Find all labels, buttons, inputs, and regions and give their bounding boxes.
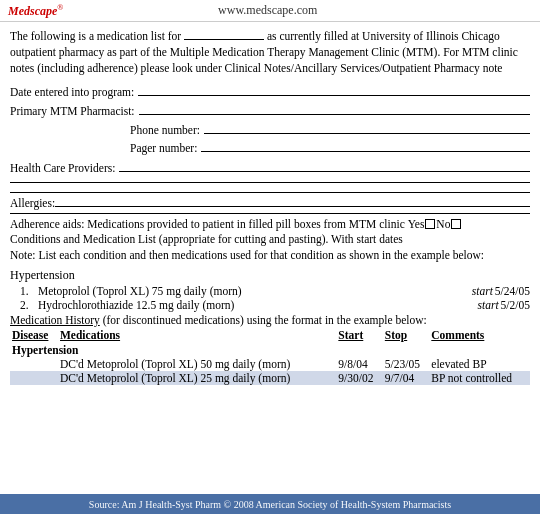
table-row: DC'd Metoprolol (Toprol XL) 25 mg daily …: [10, 371, 530, 385]
med-start-2: start5/2/05: [478, 299, 530, 311]
col-medications: Medications: [58, 328, 336, 342]
page-header: Medscape® www.medscape.com: [0, 0, 540, 22]
allergies-label: Allergies:: [10, 197, 55, 209]
col-disease: Disease: [10, 328, 58, 342]
history-heading-underline: Medication History: [10, 314, 100, 326]
allergies-line: Allergies:: [10, 197, 530, 209]
col-comments: Comments: [429, 328, 530, 342]
med-start-1: start5/24/05: [472, 285, 530, 297]
start-label-1: start: [472, 285, 493, 297]
cell-med-0: DC'd Metoprolol (Toprol XL) 50 mg daily …: [58, 357, 336, 371]
history-heading: Medication History (for discontinued med…: [10, 314, 530, 326]
med-item-1: 1. Metoprolol (Toprol XL) 75 mg daily (m…: [10, 285, 530, 297]
intro-text1: The following is a medication list for: [10, 30, 184, 42]
pager-line: Pager number:: [130, 138, 530, 154]
phone-line: Phone number:: [130, 120, 530, 136]
pharmacist-underline: [139, 101, 530, 115]
history-table: Disease Medications Start Stop Comments …: [10, 328, 530, 385]
date-label: Date entered into program:: [10, 86, 134, 98]
note-text: Note: List each condition and then medic…: [10, 248, 530, 264]
cell-disease-1: [10, 371, 58, 385]
history-section-head: Hypertension: [10, 342, 530, 357]
med-num-2: 2.: [20, 299, 38, 311]
note-content: Note: List each condition and then medic…: [10, 249, 484, 261]
health-line: Health Care Providers:: [10, 158, 530, 174]
cell-stop-0: 5/23/05: [383, 357, 429, 371]
divider1: [10, 213, 530, 214]
med-item-2: 2. Hydrochlorothiazide 12.5 mg daily (mo…: [10, 299, 530, 311]
cell-comments-1: BP not controlled: [429, 371, 530, 385]
intro-paragraph: The following is a medication list for a…: [10, 28, 530, 76]
date-underline: [138, 82, 530, 96]
logo: Medscape®: [8, 3, 63, 19]
main-content: The following is a medication list for a…: [0, 22, 540, 389]
no-label: No: [436, 218, 450, 230]
med-num-1: 1.: [20, 285, 38, 297]
cell-comments-0: elevated BP: [429, 357, 530, 371]
footer-text: Source: Am J Health-Syst Pharm © 2008 Am…: [89, 499, 451, 510]
page-footer: Source: Am J Health-Syst Pharm © 2008 Am…: [0, 494, 540, 514]
pharmacist-line: Primary MTM Pharmacist:: [10, 101, 530, 117]
pharmacist-label: Primary MTM Pharmacist:: [10, 105, 135, 117]
med-name-1: Metoprolol (Toprol XL) 75 mg daily (morn…: [38, 285, 472, 297]
no-checkbox[interactable]: [451, 219, 461, 229]
pager-label: Pager number:: [130, 142, 197, 154]
history-heading-rest: (for discontinued medications) using the…: [100, 314, 427, 326]
site-url: www.medscape.com: [63, 3, 472, 18]
adherence-text: Adherence aids: Medications provided to …: [10, 218, 405, 230]
yes-checkbox[interactable]: [425, 219, 435, 229]
conditions-line: Conditions and Medication List (appropri…: [10, 233, 530, 245]
conditions-text: Conditions and Medication List (appropri…: [10, 233, 403, 245]
table-row: DC'd Metoprolol (Toprol XL) 50 mg daily …: [10, 357, 530, 371]
col-start: Start: [336, 328, 382, 342]
phone-label: Phone number:: [130, 124, 200, 136]
cell-start-0: 9/8/04: [336, 357, 382, 371]
start-date-2: 5/2/05: [501, 299, 530, 311]
health-underline-extra1: [10, 177, 530, 183]
phone-pager-section: Phone number: Pager number:: [10, 120, 530, 154]
allergies-underline: [55, 206, 530, 207]
cell-med-1: DC'd Metoprolol (Toprol XL) 25 mg daily …: [58, 371, 336, 385]
table-header-row: Disease Medications Start Stop Comments: [10, 328, 530, 342]
cell-disease-0: [10, 357, 58, 371]
health-underline-extra2: [10, 187, 530, 193]
logo-text: Medscape: [8, 4, 57, 18]
yes-label: Yes: [408, 218, 425, 230]
pager-underline: [201, 138, 530, 152]
date-entered-line: Date entered into program:: [10, 82, 530, 98]
start-date-1: 5/24/05: [495, 285, 530, 297]
health-providers-section: Health Care Providers:: [10, 158, 530, 193]
health-label: Health Care Providers:: [10, 162, 115, 174]
adherence-line: Adherence aids: Medications provided to …: [10, 218, 530, 230]
health-underline: [119, 158, 530, 172]
start-label-2: start: [478, 299, 499, 311]
phone-underline: [204, 120, 530, 134]
history-section-label: Hypertension: [10, 342, 530, 357]
cell-start-1: 9/30/02: [336, 371, 382, 385]
cell-stop-1: 9/7/04: [383, 371, 429, 385]
med-name-2: Hydrochlorothiazide 12.5 mg daily (morn): [38, 299, 478, 311]
intro-blank: [184, 28, 264, 40]
col-stop: Stop: [383, 328, 429, 342]
example-condition: Hypertension: [10, 268, 530, 283]
